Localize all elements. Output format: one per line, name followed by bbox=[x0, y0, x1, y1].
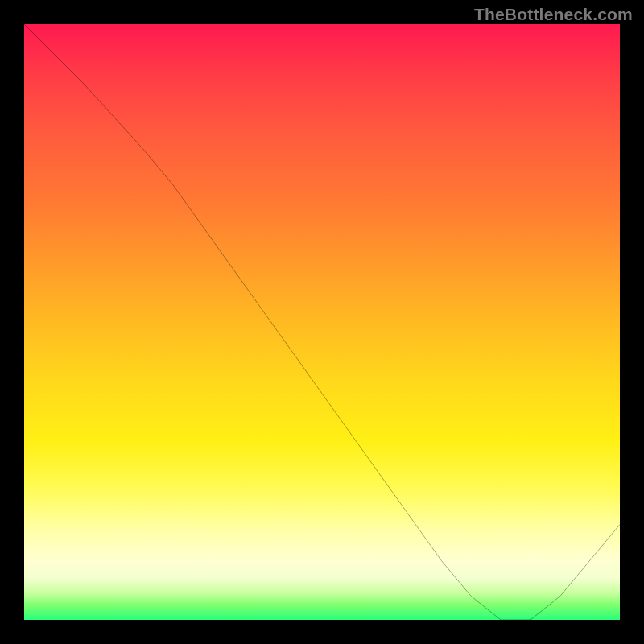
line-series bbox=[24, 24, 620, 620]
chart-container: TheBottleneck.com bbox=[0, 0, 644, 644]
plot-area bbox=[24, 24, 620, 620]
attribution-label: TheBottleneck.com bbox=[474, 5, 633, 24]
bottleneck-curve bbox=[24, 24, 620, 620]
